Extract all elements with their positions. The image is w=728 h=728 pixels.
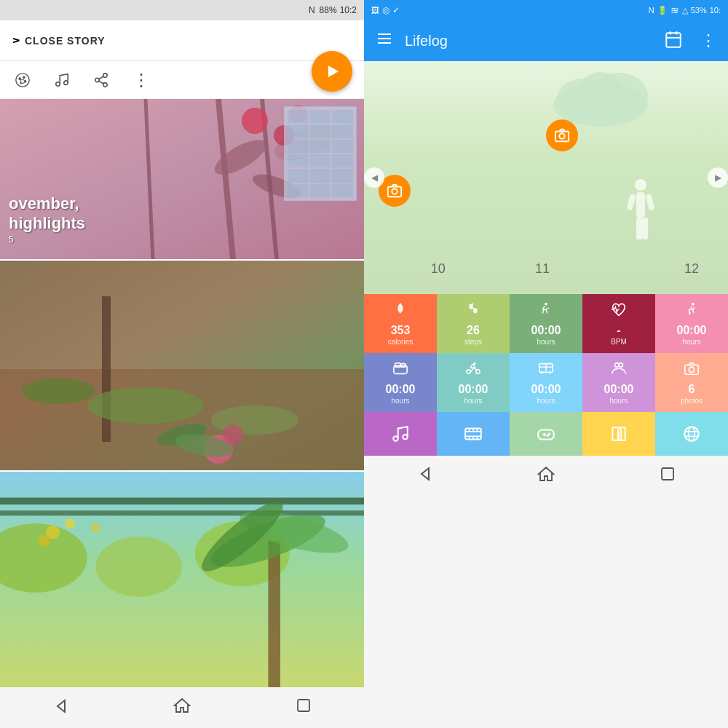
walk-svg (538, 301, 554, 317)
left-toolbar: ∨ CLOSE STORY (0, 20, 364, 61)
check-icon: ✓ (392, 5, 400, 15)
home-button-left[interactable] (173, 697, 191, 719)
bpm-label: BPM (611, 338, 627, 346)
svg-point-92 (619, 363, 623, 368)
svg-rect-81 (395, 363, 400, 368)
svg-rect-66 (626, 194, 636, 210)
people-icon (611, 360, 627, 381)
back-icon (52, 697, 69, 715)
camera-bubble-2[interactable] (546, 119, 578, 151)
walk-label: hours (537, 338, 555, 346)
date-11: 11 (490, 261, 594, 277)
stats-row-2: 00:00 hours 00:00 hours (364, 353, 728, 412)
book-bottom-tile[interactable] (582, 412, 655, 456)
svg-point-90 (549, 371, 552, 374)
person-silhouette (626, 178, 655, 250)
palette-button[interactable] (15, 72, 31, 88)
sleep-tile[interactable]: 00:00 hours (364, 353, 437, 412)
bpm-tile[interactable]: - BPM (582, 294, 655, 353)
home-button-right[interactable] (537, 465, 555, 487)
calories-value: 353 (391, 325, 411, 336)
scroll-right-indicator[interactable]: ▶ (708, 167, 728, 188)
steps-value: 26 (467, 325, 480, 336)
svg-point-75 (472, 303, 474, 305)
left-nav-bar (0, 687, 364, 728)
run-hours-tile[interactable]: 00:00 hours (655, 294, 728, 353)
play-button[interactable] (312, 51, 352, 92)
date-10: 10 (386, 261, 490, 277)
more-button[interactable]: ⋮ (132, 70, 151, 90)
social-tile[interactable]: 00:00 hours (582, 353, 655, 412)
music-bottom-tile[interactable] (364, 412, 437, 456)
svg-rect-67 (645, 194, 654, 210)
svg-point-41 (65, 518, 75, 529)
people-svg (611, 360, 627, 376)
music-bottom-icon (391, 424, 410, 443)
steps-tile[interactable]: 26 steps (437, 294, 510, 353)
svg-point-3 (23, 76, 25, 79)
sky-bg (0, 472, 364, 687)
svg-point-31 (223, 424, 243, 445)
transit-tile[interactable]: 00:00 hours (510, 353, 582, 412)
scroll-left-indicator[interactable]: ◀ (364, 167, 384, 188)
cycle-value: 00:00 (459, 384, 488, 395)
svg-point-74 (469, 304, 471, 306)
svg-marker-48 (58, 700, 65, 712)
timeline-area: ◀ ▶ 10 11 12 (364, 61, 728, 294)
share-button[interactable] (93, 72, 109, 88)
battery-left: 88% (320, 5, 337, 15)
story-title: ovember, highlights (9, 194, 85, 233)
wifi-icon: ≋ (670, 4, 679, 16)
svg-point-91 (615, 363, 620, 368)
icons-bar: ⋮ (0, 61, 364, 99)
svg-point-69 (392, 189, 397, 194)
menu-button[interactable] (376, 30, 393, 52)
svg-marker-49 (175, 699, 189, 712)
play-icon (324, 63, 340, 79)
game-bottom-tile[interactable] (510, 412, 582, 456)
walk-hours-tile[interactable]: 00:00 hours (510, 294, 582, 353)
svg-rect-64 (636, 218, 642, 240)
nfc-icon: N (309, 5, 315, 15)
calendar-button[interactable] (664, 30, 683, 52)
film-bottom-tile[interactable] (437, 412, 510, 456)
svg-marker-116 (422, 468, 429, 480)
heartrate-icon (611, 301, 627, 322)
photos-tile[interactable]: 6 photos (655, 353, 728, 412)
heartrate-svg (611, 301, 627, 317)
close-story-button[interactable]: ∨ CLOSE STORY (12, 35, 352, 47)
recents-button-right[interactable] (659, 465, 676, 487)
camera-tile-svg (684, 360, 700, 376)
home-icon-right (537, 465, 555, 483)
status-icons-right: N 🔋 ≋ △ 53% 10: (649, 4, 721, 16)
photos-value: 6 (689, 384, 695, 395)
walk-value: 00:00 (531, 325, 561, 336)
svg-point-89 (541, 371, 544, 374)
svg-point-83 (467, 370, 471, 373)
svg-point-85 (473, 363, 476, 365)
svg-rect-26 (102, 296, 111, 442)
calories-tile[interactable]: 353 calories (364, 294, 437, 353)
sleep-icon (392, 360, 408, 381)
back-button-right[interactable] (416, 465, 433, 487)
recents-button-left[interactable] (295, 697, 312, 719)
globe-bottom-tile[interactable] (655, 412, 728, 456)
calendar-icon (664, 30, 683, 49)
svg-rect-63 (636, 192, 645, 218)
cycle-tile[interactable]: 00:00 hours (437, 353, 510, 412)
social-label: hours (609, 397, 628, 405)
footprint-svg (465, 301, 481, 317)
svg-point-113 (689, 427, 695, 441)
back-button-left[interactable] (52, 697, 69, 719)
book-icon (609, 424, 628, 443)
run-icon (684, 301, 700, 322)
more-button-right[interactable]: ⋮ (700, 31, 716, 50)
transit-value: 00:00 (531, 384, 561, 395)
svg-point-62 (635, 179, 646, 191)
svg-line-12 (99, 81, 103, 84)
music-button[interactable] (54, 72, 70, 88)
recents-icon-right (659, 465, 676, 483)
close-story-label: CLOSE STORY (25, 35, 106, 47)
svg-point-78 (545, 303, 547, 306)
sleep-value: 00:00 (386, 384, 416, 395)
